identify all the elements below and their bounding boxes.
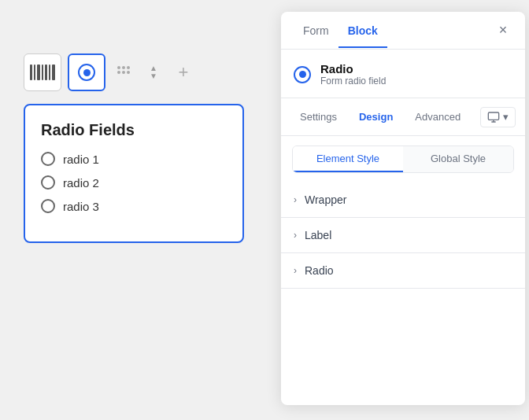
global-style-button[interactable]: Global Style [403,146,513,172]
accordion-label: › Label [281,218,525,253]
monitor-dropdown[interactable]: ▾ [480,107,516,127]
barcode-toolbar-button[interactable] [24,53,61,91]
block-name: Radio [320,62,386,76]
toolbar: ▲ ▼ + [16,47,252,98]
radio-label-1: radio 1 [63,153,99,166]
accordion-wrapper-header[interactable]: › Wrapper [281,182,525,217]
svg-rect-0 [488,112,498,120]
style-toggle: Element Style Global Style [292,146,514,173]
radio-selected-icon [78,64,95,81]
drag-handle[interactable] [112,53,135,91]
chevron-right-icon: › [294,265,297,276]
add-button[interactable]: + [172,61,195,84]
radio-fields-title: Radio Fields [41,121,227,139]
accordion-wrapper: › Wrapper [281,182,525,218]
tab-settings[interactable]: Settings [290,106,346,127]
radio-circle-1[interactable] [41,152,55,166]
accordion-radio: › Radio [281,253,525,289]
block-radio-inner [299,71,306,78]
chevron-right-icon: › [294,230,297,241]
radio-fields-card: Radio Fields radio 1 radio 2 radio 3 [24,104,244,243]
block-radio-icon [294,66,311,83]
radio-inner-dot [83,69,91,76]
radio-label-3: radio 3 [63,200,99,213]
element-style-button[interactable]: Element Style [293,146,403,172]
settings-panel: Form Block × Radio Form radio field Sett… [281,12,525,405]
radio-circle-2[interactable] [41,175,55,190]
list-item: radio 2 [41,175,227,190]
dropdown-arrow: ▾ [503,111,509,123]
radio-circle-3[interactable] [41,199,55,213]
radio-label: Radio [305,264,334,277]
accordion-radio-header[interactable]: › Radio [281,253,525,288]
list-item: radio 1 [41,152,227,166]
list-item: radio 3 [41,199,227,213]
main-container: ▲ ▼ + Radio Fields radio 1 radio 2 radio… [0,0,529,420]
monitor-icon [487,111,500,123]
move-arrows[interactable]: ▲ ▼ [142,53,165,91]
block-info: Radio Form radio field [281,50,525,98]
wrapper-label: Wrapper [305,193,346,206]
form-editor: ▲ ▼ + Radio Fields radio 1 radio 2 radio… [16,47,252,330]
close-button[interactable]: × [494,21,512,40]
radio-label-2: radio 2 [63,176,99,190]
barcode-icon [30,64,55,80]
tab-design[interactable]: Design [350,106,402,127]
label-label: Label [305,229,331,241]
block-description: Form radio field [320,76,386,87]
arrow-down-icon: ▼ [150,72,157,80]
chevron-right-icon: › [294,194,297,205]
settings-tabs: Settings Design Advanced ▾ [281,98,525,136]
tab-form[interactable]: Form [294,13,338,48]
panel-tabs: Form Block × [281,12,525,50]
block-details: Radio Form radio field [320,62,386,87]
tab-block[interactable]: Block [338,13,387,48]
accordion-label-header[interactable]: › Label [281,218,525,252]
tab-advanced[interactable]: Advanced [405,106,470,127]
radio-toolbar-button[interactable] [68,53,105,91]
dots-grid-icon [117,66,130,79]
